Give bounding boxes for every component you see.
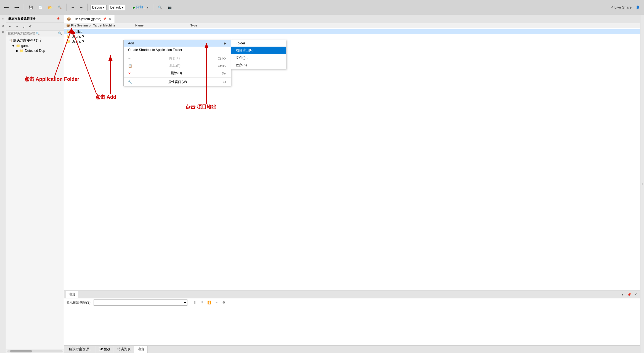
sidebar-home-btn[interactable]: ⌂: [20, 23, 26, 30]
run-button[interactable]: ▶ 附加... ▾: [131, 4, 150, 10]
delete-shortcut: Del: [222, 72, 226, 75]
paste-label: 粘贴(P): [169, 63, 181, 68]
submenu-project-output[interactable]: 项目输出(P)...: [231, 47, 286, 54]
liveshare-icon: ↗: [610, 5, 613, 9]
bottom-tabs: 解决方案资源... Git 更改 错误列表 输出: [64, 345, 640, 353]
properties-shortcut: F4: [223, 81, 226, 84]
content-area: 📦 File System (game) 📌 ✕ 📦 File System o…: [64, 15, 640, 353]
bottom-tab-errors[interactable]: 错误列表: [114, 346, 134, 353]
build-button[interactable]: 🔨: [56, 4, 64, 10]
separator-1: [24, 4, 24, 11]
output-pin-btn[interactable]: 📌: [626, 292, 632, 297]
output-tab-label: 输出: [68, 292, 75, 297]
fs-tab[interactable]: 📦 File System (game) 📌 ✕: [64, 15, 115, 23]
file-label: 文件(I)...: [236, 55, 248, 60]
output-tab-bar: 输出 ▾ 📌 ✕: [64, 291, 640, 298]
output-toolbar-btn-1[interactable]: ⬆: [192, 299, 198, 306]
delete-label: 删除(D): [171, 71, 182, 76]
create-shortcut-label: Create Shortcut to Application Folder: [128, 48, 182, 52]
sidebar-search-input[interactable]: [8, 32, 57, 35]
output-toolbar-btn-4[interactable]: ≡: [213, 299, 219, 306]
run-dropdown-arrow: ▾: [147, 6, 149, 9]
col-name-header: Name: [135, 24, 190, 27]
tree-item-detected[interactable]: ▶ 📁 Detected Dep: [6, 48, 64, 53]
tree-item-game[interactable]: ▼ 📁 game: [6, 43, 64, 48]
config-label: Default: [110, 6, 121, 9]
output-collapse-btn[interactable]: ▾: [620, 292, 625, 297]
cut-shortcut: Ctrl+X: [218, 57, 226, 60]
output-toolbar-btn-3[interactable]: ⏫: [206, 299, 212, 306]
separator-2: [67, 4, 67, 11]
debug-dropdown[interactable]: Debug ▾: [90, 5, 107, 10]
output-close-btn[interactable]: ✕: [633, 292, 638, 297]
sidebar-header: 解决方案资源管理器 📌: [6, 15, 64, 23]
liveshare-button[interactable]: ↗ Live Share: [610, 5, 632, 9]
find-button[interactable]: 🔍: [156, 4, 164, 10]
output-toolbar-btn-2[interactable]: ⬇: [199, 299, 205, 306]
user-button[interactable]: 👤: [634, 4, 642, 10]
liveshare-area: ↗ Live Share 👤: [610, 4, 642, 10]
paste-shortcut: Ctrl+V: [218, 64, 226, 68]
sidebar-forward-btn[interactable]: →: [14, 23, 20, 30]
context-menu-properties[interactable]: 🔧 属性窗口(W) F4: [124, 78, 231, 86]
header-icon: 📦: [66, 24, 71, 27]
bottom-tab-git[interactable]: Git 更改: [95, 346, 114, 353]
col-type-label: Type: [190, 24, 197, 27]
fs-tab-close-button[interactable]: ✕: [108, 17, 112, 21]
fs-tree-item-user1[interactable]: 📁 User's P: [64, 34, 640, 39]
submenu-program[interactable]: 程序(A)...: [231, 61, 286, 69]
context-menu-paste[interactable]: 📋 粘贴(P) Ctrl+V: [124, 62, 231, 69]
context-menu-add[interactable]: Add ▶: [124, 40, 231, 47]
fs-tree-item-application[interactable]: 📁 Applica: [64, 29, 640, 34]
sidebar-pin-button[interactable]: 📌: [54, 16, 62, 21]
submenu-folder[interactable]: Folder: [231, 40, 286, 47]
config-arrow: ▾: [122, 6, 123, 9]
camera-button[interactable]: 📷: [166, 4, 174, 10]
add-label: Add: [128, 41, 134, 45]
project-output-label: 项目输出(P)...: [236, 48, 256, 53]
back-button[interactable]: ⟵: [2, 4, 11, 10]
separator-3: [87, 4, 88, 11]
output-controls: ▾ 📌 ✕: [620, 292, 638, 297]
solution-icon: 📋: [8, 39, 12, 42]
properties-icon: 🔧: [128, 80, 132, 84]
save-button[interactable]: 💾: [27, 4, 35, 10]
context-menu-cut[interactable]: ✂ 剪切(T) Ctrl+X: [124, 55, 231, 62]
sidebar-scrollbar[interactable]: [6, 349, 64, 353]
debug-label: Debug: [92, 6, 102, 9]
open-button[interactable]: 📂: [46, 4, 54, 10]
solution-explorer-strip-btn[interactable]: ≡: [1, 17, 6, 22]
team-explorer-strip-btn[interactable]: ⚙: [1, 23, 6, 28]
output-toolbar-btn-5[interactable]: ⚙: [221, 299, 227, 306]
bottom-tab-output[interactable]: 输出: [134, 346, 148, 353]
forward-button[interactable]: ⟶: [12, 4, 21, 10]
submenu-file[interactable]: 文件(I)...: [231, 54, 286, 61]
bottom-tab-errors-label: 错误列表: [117, 347, 131, 351]
output-source-select[interactable]: [94, 299, 187, 306]
undo-button[interactable]: ↩: [70, 4, 76, 10]
sidebar-toolbar: ← → ⌂ ↺: [6, 23, 64, 31]
output-source-label: 显示输出来源(S):: [66, 300, 91, 305]
sidebar-back-btn[interactable]: ←: [7, 23, 13, 30]
fs-tab-bar: 📦 File System (game) 📌 ✕: [64, 15, 640, 23]
cut-label: 剪切(T): [169, 56, 180, 61]
new-button[interactable]: 📄: [36, 4, 44, 10]
tree-item-solution[interactable]: 📋 解决方案'game'(1个: [6, 38, 64, 43]
bottom-tab-solution-label: 解决方案资源...: [69, 347, 92, 351]
output-tab[interactable]: 输出: [66, 291, 78, 298]
main-layout: ≡ ⚙ 🖥 解决方案资源管理器 📌 ← → ⌂ ↺ 🔍 📋 解决方案'game'…: [0, 15, 644, 353]
col-type-header: Type: [190, 24, 232, 27]
right-collapse-panel[interactable]: ‹: [640, 15, 644, 353]
redo-button[interactable]: ↪: [78, 4, 84, 10]
config-dropdown[interactable]: Default ▾: [108, 5, 125, 10]
context-menu-create-shortcut[interactable]: Create Shortcut to Application Folder: [124, 47, 231, 53]
context-menu-sep-2: [124, 77, 231, 78]
bottom-tab-solution[interactable]: 解决方案资源...: [66, 346, 95, 353]
scrollbar-track: [7, 350, 63, 352]
bottom-tab-git-label: Git 更改: [99, 347, 110, 351]
output-toolbar-icons: ⬆ ⬇ ⏫ ≡ ⚙: [192, 299, 227, 306]
sidebar-refresh-btn[interactable]: ↺: [27, 23, 33, 30]
game-expand-icon: ▼: [12, 44, 15, 48]
server-explorer-strip-btn[interactable]: 🖥: [1, 30, 6, 35]
context-menu-delete[interactable]: ✕ 删除(D) Del: [124, 69, 231, 77]
